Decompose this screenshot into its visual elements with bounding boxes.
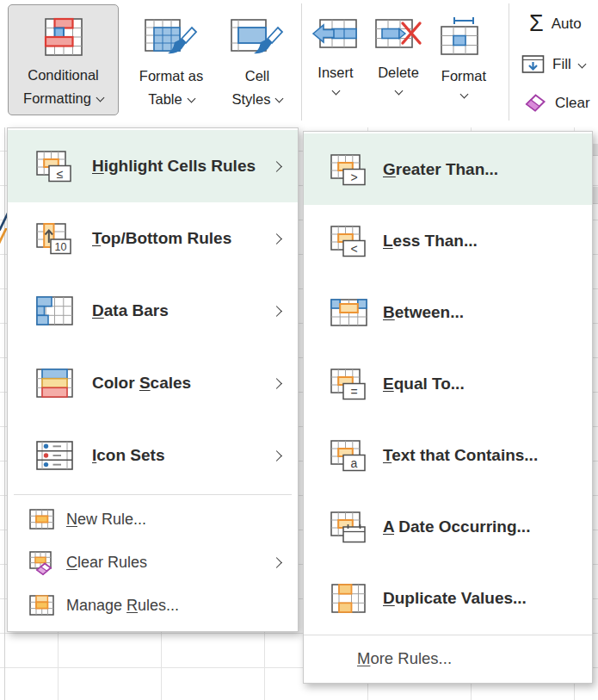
ribbon: Conditional Formatting Format as Table <box>0 0 598 127</box>
chevron-down-icon <box>275 95 284 103</box>
menu-item-highlight-cells-rules[interactable]: ≤ Highlight Cells Rules <box>8 130 298 202</box>
fill-label: Fill <box>552 56 571 73</box>
menu-item-new-rule[interactable]: New Rule... <box>8 498 298 541</box>
delete-button[interactable]: Delete <box>372 4 425 115</box>
menu-item-label: Top/Bottom Rules <box>92 229 273 248</box>
manage-rules-icon <box>28 592 56 619</box>
chevron-down-icon <box>577 60 586 69</box>
submenu-item-label: Equal To... <box>383 375 580 393</box>
svg-text:>: > <box>350 170 357 183</box>
text-that-contains-icon: a <box>330 437 369 474</box>
between-icon <box>330 294 369 331</box>
submenu-arrow-icon <box>271 233 282 245</box>
autosum-button[interactable]: Σ Auto <box>529 12 582 35</box>
menu-item-label: Clear Rules <box>66 554 273 572</box>
conditional-formatting-label-line1: Conditional <box>28 64 99 87</box>
format-as-table-icon <box>144 16 199 58</box>
menu-item-label: Highlight Cells Rules <box>92 157 273 176</box>
submenu-item-equal-to[interactable]: = Equal To... <box>304 348 592 419</box>
menu-item-label: Data Bars <box>92 301 273 320</box>
submenu-item-label: Between... <box>383 303 580 322</box>
menu-item-top-bottom-rules[interactable]: 10 Top/Bottom Rules <box>8 202 298 275</box>
format-button[interactable]: Format <box>435 4 492 115</box>
menu-item-label: Icon Sets <box>92 446 273 465</box>
data-bars-icon <box>35 293 75 329</box>
menu-item-label: New Rule... <box>66 511 286 529</box>
insert-button[interactable]: Insert <box>308 4 363 115</box>
format-label: Format <box>441 65 486 88</box>
icon-sets-icon <box>35 437 75 474</box>
equal-to-icon: = <box>330 366 369 402</box>
chevron-down-icon <box>331 87 340 96</box>
clear-label: Clear <box>555 95 590 112</box>
chevron-down-icon <box>96 94 104 102</box>
color-scales-icon <box>35 365 75 401</box>
submenu-item-label: Less Than... <box>383 232 580 251</box>
top-bottom-rules-icon: 10 <box>35 220 75 257</box>
fill-button[interactable]: Fill <box>521 54 585 74</box>
clear-rules-icon <box>28 548 56 576</box>
cell-styles-icon <box>230 16 285 58</box>
greater-than-icon: > <box>330 152 369 188</box>
submenu-item-text-that-contains[interactable]: a Text that Contains... <box>304 419 592 491</box>
more-rules-label: More Rules... <box>357 649 452 668</box>
svg-text:10: 10 <box>55 241 67 253</box>
submenu-item-label: Greater Than... <box>383 160 580 179</box>
clear-eraser-icon <box>523 92 547 115</box>
conditional-formatting-menu: ≤ Highlight Cells Rules 10 Top/Bottom Ru… <box>7 127 299 632</box>
menu-separator <box>14 494 292 495</box>
new-rule-icon <box>28 505 56 533</box>
submenu-item-more-rules[interactable]: More Rules... <box>304 636 592 681</box>
conditional-formatting-button[interactable]: Conditional Formatting <box>8 4 119 115</box>
duplicate-values-icon <box>330 580 369 616</box>
submenu-item-label: Duplicate Values... <box>383 589 580 608</box>
svg-text:=: = <box>350 384 357 398</box>
menu-item-manage-rules[interactable]: Manage Rules... <box>8 584 298 627</box>
insert-label: Insert <box>317 61 353 84</box>
delete-cells-icon <box>374 16 422 54</box>
ribbon-group-divider <box>301 3 302 121</box>
sigma-icon: Σ <box>529 12 544 35</box>
sheet-cell-fragment <box>593 187 598 204</box>
fill-icon <box>521 54 545 74</box>
cell-styles-label-line1: Cell <box>245 65 269 88</box>
menu-item-icon-sets[interactable]: Icon Sets <box>8 419 298 492</box>
menu-item-data-bars[interactable]: Data Bars <box>8 275 298 347</box>
submenu-item-label: Text that Contains... <box>383 446 580 465</box>
submenu-item-less-than[interactable]: < Less Than... <box>304 205 592 276</box>
conditional-formatting-icon <box>43 17 84 57</box>
menu-item-clear-rules[interactable]: Clear Rules <box>8 541 298 584</box>
svg-text:<: < <box>350 241 357 255</box>
highlight-cells-rules-icon: ≤ <box>35 148 75 184</box>
insert-cells-icon <box>311 16 360 54</box>
chevron-down-icon <box>394 87 403 96</box>
submenu-item-label: A Date Occurring... <box>383 517 580 536</box>
submenu-item-greater-than[interactable]: > Greater Than... <box>304 133 592 205</box>
submenu-arrow-icon <box>271 450 282 462</box>
menu-item-label: Manage Rules... <box>66 597 286 615</box>
sheet-cell-fragment <box>593 144 598 156</box>
submenu-arrow-icon <box>271 306 282 317</box>
format-as-table-label-line1: Format as <box>139 65 203 88</box>
a-date-occurring-icon <box>330 509 369 545</box>
chevron-down-icon <box>187 95 195 103</box>
submenu-item-between[interactable]: Between... <box>304 276 592 348</box>
ribbon-group-divider <box>509 3 509 121</box>
menu-item-color-scales[interactable]: Color Scales <box>8 347 298 419</box>
svg-text:a: a <box>351 455 358 469</box>
cell-styles-button[interactable]: Cell Styles <box>221 4 293 115</box>
less-than-icon: < <box>330 223 369 259</box>
cell-styles-label-line2: Styles <box>232 91 271 107</box>
highlight-cells-rules-submenu: > Greater Than... < Less Than... <box>303 131 593 684</box>
clear-button[interactable]: Clear <box>523 92 590 115</box>
chevron-down-icon <box>459 90 468 99</box>
format-as-table-button[interactable]: Format as Table <box>123 4 219 115</box>
submenu-item-duplicate-values[interactable]: Duplicate Values... <box>304 562 592 634</box>
submenu-item-a-date-occurring[interactable]: A Date Occurring... <box>304 491 592 562</box>
format-as-table-label-line2: Table <box>148 91 182 107</box>
format-cells-icon <box>440 16 488 58</box>
menu-item-label: Color Scales <box>92 374 273 393</box>
svg-text:≤: ≤ <box>57 167 64 181</box>
conditional-formatting-label-line2: Formatting <box>23 90 91 106</box>
submenu-arrow-icon <box>271 161 282 172</box>
